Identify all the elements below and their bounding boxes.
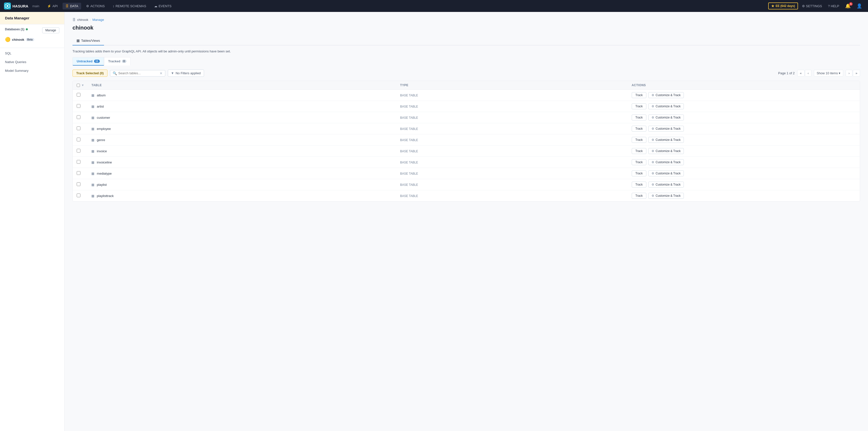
track-button-7[interactable]: Track <box>632 170 647 176</box>
settings-button[interactable]: ⚙ SETTINGS <box>800 3 824 9</box>
page-next-button[interactable]: › <box>846 70 852 77</box>
row-checkbox-2[interactable] <box>77 115 81 119</box>
customize-gear-icon: ⚙ <box>652 172 654 175</box>
sort-icon[interactable]: ▾ <box>82 83 84 87</box>
customize-gear-icon: ⚙ <box>652 93 654 97</box>
search-clear-icon[interactable]: ✕ <box>160 71 162 75</box>
customize-track-button-7[interactable]: ⚙ Customize & Track <box>648 170 684 176</box>
row-actions-cell: Track ⚙ Customize & Track <box>628 101 860 112</box>
track-button-1[interactable]: Track <box>632 103 647 109</box>
page-prev-button[interactable]: ‹ <box>805 70 811 77</box>
row-checkbox-5[interactable] <box>77 149 81 152</box>
customize-track-button-4[interactable]: ⚙ Customize & Track <box>648 137 684 143</box>
customize-track-button-1[interactable]: ⚙ Customize & Track <box>648 103 684 109</box>
search-input[interactable] <box>118 71 158 75</box>
page-first-button[interactable]: « <box>797 70 804 77</box>
page-title: chinook <box>72 25 860 31</box>
row-checkbox-3[interactable] <box>77 126 81 130</box>
tab-tables-views[interactable]: ▦ Tables/Views <box>72 36 104 46</box>
customize-track-button-6[interactable]: ⚙ Customize & Track <box>648 159 684 165</box>
customize-gear-icon: ⚙ <box>652 183 654 186</box>
customize-gear-icon: ⚙ <box>652 194 654 198</box>
breadcrumb-separator: › <box>90 18 91 22</box>
help-button[interactable]: ? HELP <box>826 3 841 9</box>
table-type-9: BASE TABLE <box>400 194 418 198</box>
track-button-8[interactable]: Track <box>632 181 647 188</box>
row-checkbox-cell <box>73 123 87 135</box>
actions-icon: ⚙ <box>86 4 89 8</box>
row-checkbox-9[interactable] <box>77 194 81 197</box>
breadcrumb-db[interactable]: chinook <box>77 18 88 22</box>
customize-track-button-8[interactable]: ⚙ Customize & Track <box>648 181 684 188</box>
db-row[interactable]: 🟡 chinook Beta <box>5 35 59 44</box>
nav-events[interactable]: ☁ EVENTS <box>151 3 175 9</box>
table-row: ▦ playlisttrack BASE TABLE Track ⚙ Custo… <box>73 190 860 201</box>
row-type-cell: BASE TABLE <box>396 123 628 135</box>
table-name-6: invoiceline <box>97 161 112 164</box>
table-row-icon: ▦ <box>91 161 94 164</box>
table-type-7: BASE TABLE <box>400 172 418 175</box>
row-checkbox-cell <box>73 190 87 201</box>
notifications-button[interactable]: 🔔 5 <box>843 2 852 10</box>
hasura-logo-icon <box>4 2 11 9</box>
row-checkbox-0[interactable] <box>77 93 81 97</box>
select-all-checkbox[interactable] <box>77 84 80 87</box>
track-button-6[interactable]: Track <box>632 159 647 165</box>
customize-btn-label: Customize & Track <box>655 93 681 97</box>
customize-track-button-5[interactable]: ⚙ Customize & Track <box>648 148 684 154</box>
pagination-next-controls: › » <box>846 70 860 77</box>
table-row: ▦ album BASE TABLE Track ⚙ Customize & T… <box>73 90 860 101</box>
row-table-name-cell: ▦ album <box>87 90 396 101</box>
filter-button[interactable]: ▼ No Filters applied <box>168 69 204 77</box>
remote-schemas-icon: ↕ <box>113 4 115 8</box>
subtab-tracked[interactable]: Tracked 0 <box>104 57 130 65</box>
table-row: ▦ invoiceline BASE TABLE Track ⚙ Customi… <box>73 157 860 168</box>
ee-badge-button[interactable]: ★ EE (642 days) <box>768 2 798 9</box>
customize-btn-label: Customize & Track <box>655 127 681 131</box>
track-button-5[interactable]: Track <box>632 148 647 154</box>
api-icon: ⚡ <box>47 4 51 8</box>
row-checkbox-6[interactable] <box>77 160 81 164</box>
track-button-0[interactable]: Track <box>632 92 647 98</box>
customize-track-button-9[interactable]: ⚙ Customize & Track <box>648 193 684 199</box>
track-button-4[interactable]: Track <box>632 137 647 143</box>
customize-btn-label: Customize & Track <box>655 138 681 142</box>
row-checkbox-8[interactable] <box>77 182 81 186</box>
row-checkbox-1[interactable] <box>77 104 81 108</box>
chevron-down-icon: ▾ <box>839 71 840 75</box>
row-checkbox-7[interactable] <box>77 171 81 175</box>
table-type-8: BASE TABLE <box>400 183 418 186</box>
row-type-cell: BASE TABLE <box>396 146 628 157</box>
nav-remote-schemas[interactable]: ↕ REMOTE SCHEMAS <box>110 3 149 9</box>
sidebar-item-native-queries[interactable]: Native Queries <box>0 58 64 66</box>
customize-track-button-3[interactable]: ⚙ Customize & Track <box>648 126 684 132</box>
logo[interactable]: HASURA <box>4 2 28 9</box>
row-checkbox-4[interactable] <box>77 138 81 141</box>
nav-api[interactable]: ⚡ API <box>44 3 61 9</box>
row-actions-cell: Track ⚙ Customize & Track <box>628 135 860 146</box>
subtab-untracked[interactable]: Untracked 11 <box>72 57 104 65</box>
sidebar-header: Data Manager <box>0 12 64 24</box>
nav-actions[interactable]: ⚙ ACTIONS <box>83 3 108 9</box>
track-selected-button[interactable]: Track Selected (0) <box>72 69 107 77</box>
customize-track-button-0[interactable]: ⚙ Customize & Track <box>648 92 684 98</box>
row-type-cell: BASE TABLE <box>396 157 628 168</box>
manage-databases-button[interactable]: Manage <box>42 27 59 33</box>
table-name-4: genre <box>97 138 105 142</box>
track-button-2[interactable]: Track <box>632 115 647 120</box>
customize-btn-label: Customize & Track <box>655 161 681 164</box>
track-button-9[interactable]: Track <box>632 193 647 199</box>
page-last-button[interactable]: » <box>853 70 860 77</box>
sidebar-item-model-summary[interactable]: Model Summary <box>0 66 64 75</box>
customize-track-button-2[interactable]: ⚙ Customize & Track <box>648 115 684 120</box>
show-items-dropdown[interactable]: Show 10 items ▾ <box>814 70 843 77</box>
user-menu-button[interactable]: 👤 <box>855 2 864 10</box>
table-type-4: BASE TABLE <box>400 138 418 142</box>
th-table: TABLE <box>87 81 396 90</box>
table-row: ▦ mediatype BASE TABLE Track ⚙ Customize… <box>73 168 860 179</box>
table-row-icon: ▦ <box>91 93 94 97</box>
customize-gear-icon: ⚙ <box>652 138 654 142</box>
track-button-3[interactable]: Track <box>632 126 647 132</box>
sidebar-item-sql[interactable]: SQL <box>0 49 64 58</box>
nav-data[interactable]: 🗄 DATA <box>63 3 81 9</box>
